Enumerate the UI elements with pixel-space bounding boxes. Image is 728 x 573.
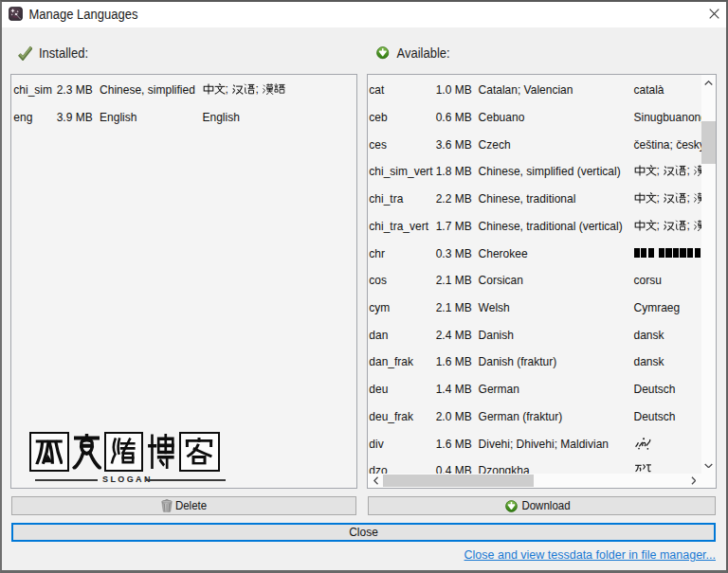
- cell-native: ;;: [634, 211, 702, 239]
- cjk-glyph-cjk-han-t: [694, 165, 701, 176]
- cell-code: div: [369, 429, 383, 457]
- language-row-eng[interactable]: eng3.9 MBEnglishEnglish: [11, 103, 355, 131]
- language-row-dan_frak[interactable]: dan_frak1.6 MBDanish (fraktur)dansk: [368, 348, 701, 375]
- cell-native: ;;: [203, 76, 286, 103]
- cell-code: cat: [369, 76, 384, 103]
- cjk-glyph-cjk-wen: [646, 220, 657, 231]
- language-row-cym[interactable]: cym2.1 MBWelshCymraeg: [368, 294, 701, 321]
- cell-native: [634, 429, 652, 457]
- cjk-glyph-cjk-yu-t: [274, 83, 285, 95]
- cell-code: dan_frak: [369, 348, 413, 375]
- cell-native: català: [634, 76, 664, 103]
- cell-name: Cebuano: [479, 103, 525, 131]
- scroll-left-button[interactable]: [368, 474, 384, 488]
- cell-size: 1.4 MB: [436, 375, 472, 403]
- installed-list[interactable]: chi_sim2.3 MBChinese, simplified;;eng3.9…: [10, 74, 357, 489]
- language-row-chi_sim_vert[interactable]: chi_sim_vert1.8 MBChinese, simplified (v…: [368, 157, 701, 185]
- trash-icon: [161, 499, 173, 513]
- language-row-ceb[interactable]: ceb0.6 MBCebuanoSinugbuanong Binisaya: [368, 103, 701, 131]
- available-label: Available:: [397, 45, 450, 62]
- art-tibetan-text: [634, 463, 652, 474]
- language-row-cos[interactable]: cos2.1 MBCorsicancorsu: [368, 266, 701, 294]
- cell-size: 1.6 MB: [436, 348, 472, 375]
- language-row-chi_sim[interactable]: chi_sim2.3 MBChinese, simplified;;: [11, 76, 355, 103]
- cell-code: chi_tra_vert: [369, 211, 428, 239]
- cell-native: [634, 239, 702, 266]
- cjk-glyph-cjk-han-s: [664, 165, 675, 176]
- cell-size: 1.0 MB: [436, 76, 472, 103]
- scrollbar-corner: [701, 474, 716, 488]
- close-icon[interactable]: [709, 9, 719, 19]
- cell-native: [634, 457, 652, 474]
- cell-code: cos: [369, 266, 387, 294]
- download-button-label: Download: [521, 500, 570, 512]
- close-button[interactable]: Close: [11, 523, 716, 542]
- cell-name: English: [100, 103, 136, 131]
- cell-code: dan: [369, 320, 388, 348]
- cell-size: 0.6 MB: [436, 103, 472, 131]
- vertical-scroll-thumb[interactable]: [701, 121, 716, 164]
- cell-native: dansk: [634, 320, 664, 348]
- cell-size: 2.0 MB: [436, 403, 472, 430]
- cell-size: 3.9 MB: [57, 103, 93, 131]
- cjk-glyph-cjk-han-s: [232, 83, 244, 95]
- cell-native: dansk: [634, 348, 664, 375]
- app-icon: [9, 7, 23, 21]
- cjk-glyph-cjk-yu-s: [675, 165, 686, 176]
- language-row-cat[interactable]: cat1.0 MBCatalan; Valenciancatalà: [368, 76, 701, 103]
- chevron-up-icon: [704, 81, 713, 86]
- delete-button[interactable]: Delete: [11, 496, 356, 515]
- cell-size: 1.7 MB: [436, 211, 472, 239]
- cjk-glyph-cjk-wen: [646, 165, 657, 176]
- scroll-up-button[interactable]: [701, 75, 716, 91]
- cjk-glyph-cjk-han-s: [664, 192, 675, 204]
- download-icon: [505, 500, 518, 512]
- cell-code: deu: [369, 375, 388, 403]
- cell-name: Divehi; Dhivehi; Maldivian: [479, 429, 609, 457]
- cell-size: 2.3 MB: [57, 76, 93, 103]
- cell-code: ces: [369, 130, 387, 157]
- language-row-chr[interactable]: chr0.3 MBCherokee: [368, 239, 701, 266]
- cjk-glyph-cjk-wen: [214, 83, 226, 95]
- chevron-right-icon: [691, 476, 697, 485]
- cell-name: Czech: [479, 130, 511, 157]
- cell-name: Chinese, traditional: [479, 185, 576, 212]
- cell-name: German (fraktur): [479, 403, 563, 430]
- cjk-glyph-cjk-han-t: [694, 220, 701, 231]
- available-list[interactable]: cat1.0 MBCatalan; Valenciancatalàceb0.6 …: [367, 74, 717, 489]
- language-row-deu_frak[interactable]: deu_frak2.0 MBGerman (fraktur)Deutsch: [368, 403, 701, 430]
- cjk-glyph-cjk-han-t: [263, 83, 274, 95]
- cell-name: Dzongkha: [479, 457, 530, 474]
- language-row-dzo[interactable]: dzo0.4 MBDzongkha: [368, 457, 701, 474]
- cell-code: dzo: [369, 457, 387, 474]
- cell-native: Cymraeg: [634, 294, 681, 321]
- cjk-glyph-cjk-yu-s: [244, 83, 255, 95]
- language-row-ces[interactable]: ces3.6 MBCzechčeština; český jazyk: [368, 130, 701, 157]
- language-row-deu[interactable]: deu1.4 MBGermanDeutsch: [368, 375, 701, 403]
- cell-size: 1.6 MB: [436, 429, 472, 457]
- cell-native: čeština; český jazyk: [634, 130, 702, 157]
- vertical-scrollbar[interactable]: [701, 75, 716, 474]
- available-download-icon: [376, 46, 390, 60]
- cell-size: 3.6 MB: [436, 130, 472, 157]
- language-row-div[interactable]: div1.6 MBDivehi; Dhivehi; Maldivian: [368, 429, 701, 457]
- cell-native: corsu: [634, 266, 662, 294]
- language-row-chi_tra_vert[interactable]: chi_tra_vert1.7 MBChinese, traditional (…: [368, 211, 701, 239]
- horizontal-scrollbar[interactable]: [368, 474, 701, 488]
- download-button[interactable]: Download: [368, 496, 716, 515]
- tessdata-folder-link[interactable]: Close and view tessdata folder in file m…: [464, 548, 716, 562]
- cell-size: 0.4 MB: [436, 457, 472, 474]
- cell-code: chr: [369, 239, 385, 266]
- language-row-chi_tra[interactable]: chi_tra2.2 MBChinese, traditional;;: [368, 185, 701, 212]
- scroll-right-button[interactable]: [685, 474, 701, 488]
- installed-label: Installed:: [39, 45, 88, 62]
- cell-native: ;;: [634, 157, 702, 185]
- cell-size: 0.3 MB: [436, 239, 472, 266]
- horizontal-scroll-thumb[interactable]: [383, 475, 534, 487]
- cell-native: Sinugbuanong Binisaya: [634, 103, 702, 131]
- cell-code: chi_sim: [13, 76, 52, 103]
- cell-name: German: [479, 375, 519, 403]
- cell-native: English: [203, 103, 240, 131]
- scroll-down-button[interactable]: [701, 457, 716, 474]
- language-row-dan[interactable]: dan2.4 MBDanishdansk: [368, 320, 701, 348]
